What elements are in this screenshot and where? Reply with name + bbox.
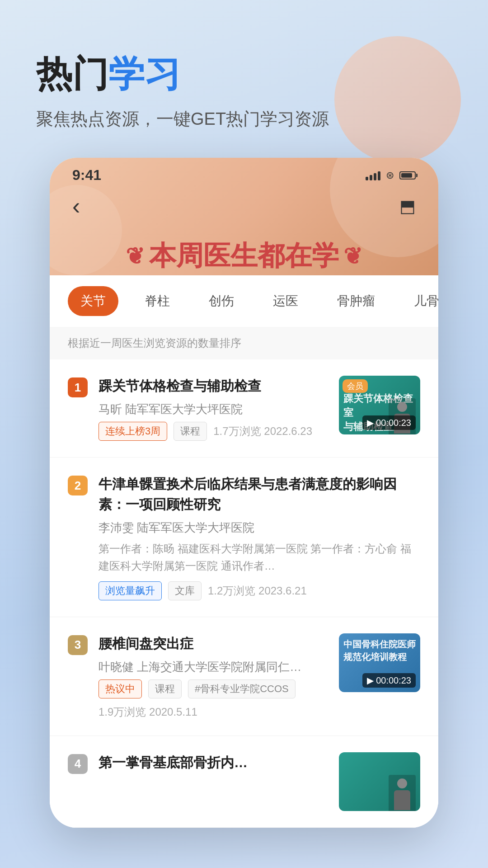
item-title-3: 腰椎间盘突出症 [99, 633, 328, 654]
category-tabs: 关节 脊柱 创伤 运医 骨肿瘤 儿骨 [50, 275, 438, 327]
item-thumb-4 [339, 752, 420, 811]
tag-type-library: 文库 [168, 581, 202, 600]
thumb-play-3: ▶ 00:00:23 [362, 673, 416, 688]
rank-badge-1: 1 [68, 377, 88, 397]
item-author-1: 马昕 陆军军医大学大坪医院 [99, 401, 328, 417]
laurel-right-icon: ❦ [343, 243, 362, 269]
signal-bar-4 [378, 171, 380, 180]
battery-icon [399, 171, 416, 179]
rank-badge-2: 2 [68, 476, 88, 495]
item-title-4: 第一掌骨基底部骨折内… [99, 752, 328, 773]
tag-streak: 连续上榜3周 [99, 422, 167, 441]
title-black: 热门 [36, 54, 108, 94]
sort-hint: 根据近一周医生浏览资源的数量排序 [50, 327, 438, 359]
list-item-3[interactable]: 3 腰椎间盘突出症 叶晓健 上海交通大学医学院附属同仁… 热议中 课程 #骨科专… [50, 617, 438, 736]
thumb-play-1: ▶ 00:00:23 [362, 415, 416, 430]
category-tab-trauma[interactable]: 创伤 [196, 286, 247, 316]
item-thumb-1: 会员 踝关节体格检查室与辅助检查室 ▶ 00:00:23 [339, 376, 420, 434]
tag-trending: 浏览量飙升 [99, 581, 162, 600]
item-title-1: 踝关节体格检查与辅助检查 [99, 376, 328, 396]
back-button[interactable]: ‹ [72, 193, 80, 220]
wifi-icon: ⊛ [386, 170, 394, 181]
status-time: 9:41 [72, 167, 101, 184]
list-item[interactable]: 1 踝关节体格检查与辅助检查 马昕 陆军军医大学大坪医院 连续上榜3周 课程 1… [50, 359, 438, 458]
rank-badge-3: 3 [68, 635, 88, 655]
list-item-4[interactable]: 4 第一掌骨基底部骨折内… [50, 736, 438, 828]
banner-title-text: 本周医生都在学 [149, 238, 339, 274]
item-meta-3: 1.9万浏览 2020.5.11 [99, 705, 197, 719]
rank-badge-4: 4 [68, 754, 88, 774]
item-tags-1: 连续上榜3周 课程 1.7万浏览 2022.6.23 [99, 422, 328, 441]
phone-mockup: 9:41 ⊛ ‹ ⬒ [50, 158, 438, 828]
item-meta-1: 1.7万浏览 2022.6.23 [213, 424, 312, 439]
item-abstract-2: 第一作者：陈旸 福建医科大学附属第一医院 第一作者：方心俞 福建医科大学附属第一… [99, 540, 420, 575]
page-banner: ❦ 本周医生都在学 ❦ 2024.04.15–04.21 第23期 ∨ [50, 229, 438, 275]
phone-top-bg: 9:41 ⊛ ‹ ⬒ [50, 158, 438, 275]
list-item-2[interactable]: 2 牛津单髁置换术后临床结果与患者满意度的影响因素：一项回顾性研究 李沛雯 陆军… [50, 458, 438, 617]
category-tab-joint[interactable]: 关节 [68, 286, 118, 316]
phone-wrapper: 9:41 ⊛ ‹ ⬒ [0, 158, 488, 864]
tag-type-course-1: 课程 [174, 422, 207, 441]
category-tab-tumor[interactable]: 骨肿瘤 [324, 286, 388, 316]
item-content-2: 牛津单髁置换术后临床结果与患者满意度的影响因素：一项回顾性研究 李沛雯 陆军军医… [99, 474, 420, 600]
signal-bars-icon [366, 170, 380, 180]
thumb-text-3: 中国骨科住院医师规范化培训教程 [343, 638, 416, 663]
item-tags-2: 浏览量飙升 文库 1.2万浏览 2023.6.21 [99, 581, 420, 600]
list-items: 1 踝关节体格检查与辅助检查 马昕 陆军军医大学大坪医院 连续上榜3周 课程 1… [50, 359, 438, 828]
deco-circle [334, 36, 461, 163]
item-thumb-3: 中国骨科住院医师规范化培训教程 ▶ 00:00:23 [339, 633, 420, 692]
tag-hot: 热议中 [99, 679, 142, 698]
category-tab-sports[interactable]: 运医 [260, 286, 311, 316]
item-author-3: 叶晓健 上海交通大学医学院附属同仁… [99, 659, 328, 675]
category-tab-spine[interactable]: 脊柱 [132, 286, 183, 316]
item-content-4: 第一掌骨基底部骨折内… [99, 752, 328, 778]
item-meta-2: 1.2万浏览 2023.6.21 [208, 584, 307, 598]
title-blue: 学习 [108, 54, 181, 94]
status-bar: 9:41 ⊛ [50, 158, 438, 184]
item-content-3: 腰椎间盘突出症 叶晓健 上海交通大学医学院附属同仁… 热议中 课程 #骨科专业学… [99, 633, 328, 719]
member-label: 会员 [343, 379, 368, 393]
category-tab-pediatric[interactable]: 儿骨 [401, 286, 438, 316]
signal-bar-2 [370, 175, 372, 180]
laurel-left-icon: ❦ [126, 243, 145, 269]
status-icons: ⊛ [366, 170, 416, 181]
item-author-2: 李沛雯 陆军军医大学大坪医院 [99, 520, 420, 536]
tag-ccos: #骨科专业学院CCOS [188, 679, 296, 698]
signal-bar-3 [374, 173, 376, 180]
banner-title: ❦ 本周医生都在学 ❦ [68, 238, 420, 274]
item-title-2: 牛津单髁置换术后临床结果与患者满意度的影响因素：一项回顾性研究 [99, 474, 420, 514]
phone-nav: ‹ ⬒ [50, 184, 438, 229]
signal-bar-1 [366, 177, 368, 180]
item-tags-3: 热议中 课程 #骨科专业学院CCOS 1.9万浏览 2020.5.11 [99, 679, 328, 719]
battery-fill [401, 173, 412, 178]
tag-type-course-3: 课程 [148, 679, 182, 698]
share-button[interactable]: ⬒ [399, 196, 416, 216]
page-header: 热门学习 聚焦热点资源，一键GET热门学习资源 [0, 0, 488, 158]
item-content-1: 踝关节体格检查与辅助检查 马昕 陆军军医大学大坪医院 连续上榜3周 课程 1.7… [99, 376, 328, 441]
